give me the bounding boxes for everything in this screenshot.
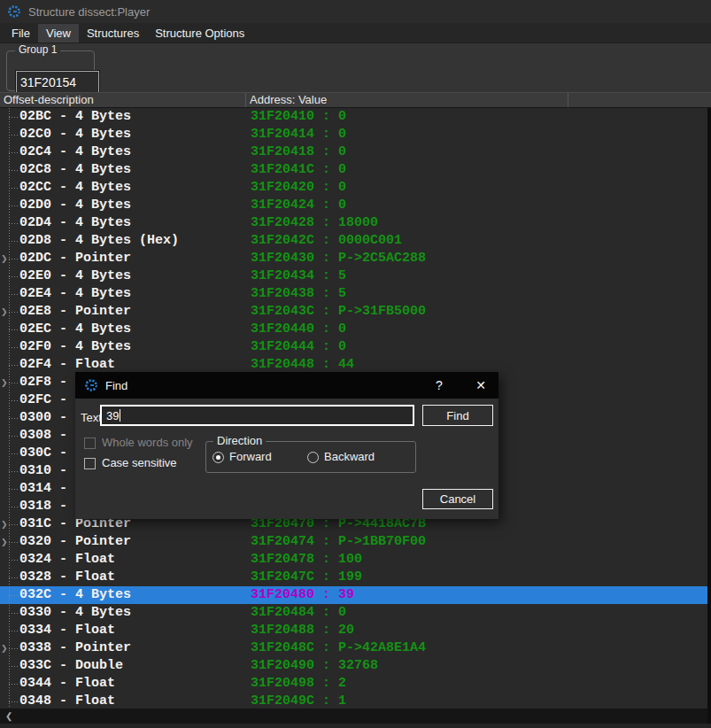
struct-row[interactable]: 02C8 - 4 Bytes 31F2041C : 0 [0, 161, 707, 179]
struct-row[interactable]: 02C4 - 4 Bytes 31F20418 : 0 [0, 143, 707, 161]
forward-radio[interactable] [213, 452, 224, 463]
address-value-cell: 31F20424 : 0 [246, 197, 346, 214]
direction-label: Direction [213, 434, 266, 447]
struct-row[interactable]: 02EC - 4 Bytes 31F20440 : 0 [0, 321, 707, 338]
tree-line [9, 418, 18, 419]
address-value-cell: 31F20440 : 0 [246, 321, 346, 338]
window-title: Structure dissect:Player [28, 5, 150, 19]
struct-row[interactable]: 02F4 - Float 31F20448 : 44 [0, 356, 707, 374]
scroll-left-icon[interactable]: ❮ [5, 711, 12, 721]
offset-description-cell: 02F0 - 4 Bytes [19, 338, 246, 356]
menu-item-structure-options[interactable]: Structure Options [147, 24, 252, 43]
struct-row[interactable]: 02E0 - 4 Bytes 31F20434 : 5 [0, 267, 707, 285]
struct-row[interactable]: 0348 - Float 31F2049C : 1 [0, 693, 707, 709]
cancel-button[interactable]: Cancel [422, 489, 493, 509]
menu-item-file[interactable]: File [4, 24, 38, 43]
find-text-input[interactable]: 39 [100, 405, 414, 426]
close-icon[interactable]: ✕ [460, 378, 486, 392]
expand-chevron-icon[interactable]: ❯ [1, 515, 8, 533]
vertical-scrollbar-track[interactable] [707, 108, 711, 724]
struct-row[interactable]: 02BC - 4 Bytes 31F20410 : 0 [0, 108, 707, 126]
struct-row[interactable]: 0328 - Float 31F2047C : 199 [0, 569, 707, 586]
expand-chevron-icon[interactable]: ❯ [1, 533, 8, 551]
menu-item-structures[interactable]: Structures [79, 24, 147, 43]
address-value-cell: 31F20414 : 0 [246, 126, 346, 143]
expand-chevron-icon[interactable]: ❯ [1, 250, 8, 267]
tree-line [9, 701, 18, 702]
tree-line [9, 347, 18, 348]
offset-description-cell: 02E8 - Pointer [19, 303, 246, 321]
tree-line [9, 542, 18, 543]
address-value-cell: 31F20420 : 0 [246, 179, 346, 197]
group-address-input[interactable]: 31F20154 [16, 71, 99, 94]
group-address-value: 31F20154 [20, 75, 76, 89]
column-header-row: Offset-description Address: Value [0, 92, 711, 108]
struct-row[interactable]: 0324 - Float 31F20478 : 100 [0, 551, 707, 569]
forward-label: Forward [229, 450, 272, 463]
struct-row[interactable]: ❯ 0338 - Pointer 31F2048C : P->42A8E1A4 [0, 639, 707, 657]
offset-description-cell: 032C - 4 Bytes [19, 586, 246, 604]
tree-line [9, 276, 18, 277]
offset-description-cell: 0338 - Pointer [19, 639, 246, 657]
address-value-cell: 31F20484 : 0 [246, 604, 346, 622]
address-value-cell: 31F20480 : 39 [246, 586, 354, 604]
offset-description-cell: 02CC - 4 Bytes [19, 179, 246, 197]
struct-row[interactable]: 02F0 - 4 Bytes 31F20444 : 0 [0, 338, 707, 356]
struct-row[interactable]: 033C - Double 31F20490 : 32768 [0, 657, 707, 675]
menu-item-view[interactable]: View [38, 24, 79, 43]
find-button[interactable]: Find [422, 405, 493, 426]
expand-chevron-icon[interactable]: ❯ [1, 639, 8, 657]
offset-description-cell: 0330 - 4 Bytes [19, 604, 246, 622]
group-panel: Group 1 31F20154 [0, 43, 711, 92]
tree-line [9, 400, 18, 401]
struct-row[interactable]: 02D0 - 4 Bytes 31F20424 : 0 [0, 197, 707, 214]
struct-row[interactable]: 02D8 - 4 Bytes (Hex) 31F2042C : 0000C001 [0, 232, 707, 250]
struct-row[interactable]: 0344 - Float 31F20498 : 2 [0, 675, 707, 693]
whole-words-label: Whole words only [102, 436, 193, 449]
tree-line [9, 453, 18, 454]
backward-label: Backward [324, 450, 375, 463]
tree-line [9, 507, 18, 507]
struct-row[interactable]: ❯ 0320 - Pointer 31F20474 : P->1BB70F00 [0, 533, 707, 551]
offset-description-cell: 0348 - Float [19, 693, 246, 709]
tree-line [9, 365, 18, 366]
find-text-label: Text [81, 411, 102, 424]
tree-line [9, 135, 18, 136]
whole-words-checkbox[interactable] [84, 438, 96, 449]
tree-line [9, 648, 18, 649]
struct-row[interactable]: 0334 - Float 31F20488 : 20 [0, 622, 707, 639]
tree-line [9, 117, 18, 118]
tree-line [9, 188, 18, 189]
offset-description-cell: 0344 - Float [19, 675, 246, 693]
offset-description-cell: 02D4 - 4 Bytes [19, 214, 246, 232]
tree-line [9, 152, 18, 153]
struct-row[interactable]: 02D4 - 4 Bytes 31F20428 : 18000 [0, 214, 707, 232]
struct-row[interactable]: 032C - 4 Bytes 31F20480 : 39 [0, 586, 707, 604]
help-button[interactable]: ? [426, 378, 452, 392]
tree-line [9, 524, 18, 525]
tree-line [9, 595, 18, 596]
horizontal-scrollbar[interactable]: ❮ [0, 709, 711, 724]
backward-radio[interactable] [307, 452, 319, 463]
struct-row[interactable]: ❯ 02DC - Pointer 31F20430 : P->2C5AC288 [0, 250, 707, 267]
expand-chevron-icon[interactable]: ❯ [1, 303, 8, 321]
struct-row[interactable]: 02E4 - 4 Bytes 31F20438 : 5 [0, 285, 707, 303]
struct-row[interactable]: 0330 - 4 Bytes 31F20484 : 0 [0, 604, 707, 622]
expand-chevron-icon[interactable]: ❯ [1, 374, 8, 391]
tree-line [9, 471, 18, 472]
column-header-offset[interactable]: Offset-description [0, 93, 246, 107]
tree-line [9, 241, 18, 242]
struct-row[interactable]: ❯ 02E8 - Pointer 31F2043C : P->31FB5000 [0, 303, 707, 321]
offset-description-cell: 033C - Double [19, 657, 246, 675]
tree-line [9, 312, 18, 313]
struct-row[interactable]: 02C0 - 4 Bytes 31F20414 : 0 [0, 126, 707, 143]
column-header-address-value[interactable]: Address: Value [246, 93, 568, 107]
address-value-cell: 31F2043C : P->31FB5000 [246, 303, 426, 321]
offset-description-cell: 02E0 - 4 Bytes [19, 267, 246, 285]
address-value-cell: 31F20438 : 5 [246, 285, 346, 303]
struct-row[interactable]: 02CC - 4 Bytes 31F20420 : 0 [0, 179, 707, 197]
address-value-cell: 31F2049C : 1 [246, 693, 346, 709]
column-header-empty[interactable] [568, 93, 711, 107]
offset-description-cell: 02D8 - 4 Bytes (Hex) [19, 232, 246, 250]
case-sensitive-checkbox[interactable] [84, 458, 96, 469]
